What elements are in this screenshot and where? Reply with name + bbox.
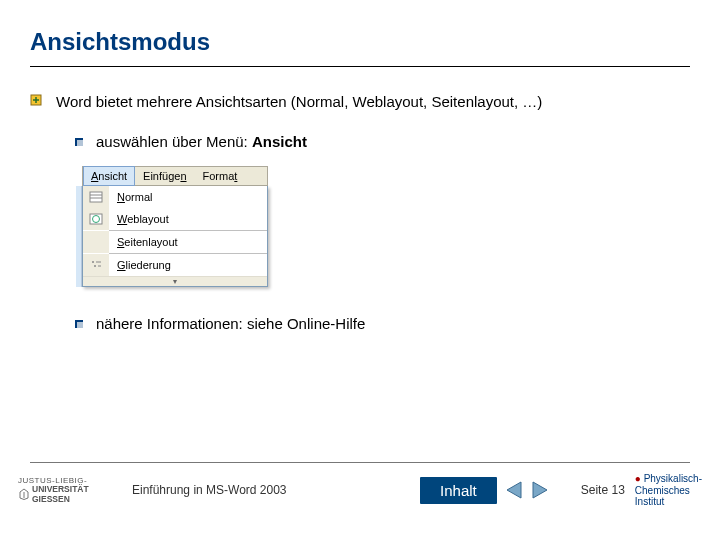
menubar-item-ansicht[interactable]: AAnsichtnsicht [83, 166, 135, 186]
footer: JUSTUS-LIEBIG- UNIVERSITÄTGIESSEN Einfüh… [0, 462, 720, 540]
bullet-main-text: Word bietet mehrere Ansichtsarten (Norma… [56, 93, 542, 110]
nav-next-icon[interactable] [529, 480, 551, 500]
sub-bullet-icon [74, 317, 88, 334]
menubar: AAnsichtnsicht EinfügenEinfügen FormatFo… [82, 166, 268, 186]
menubar-item-format[interactable]: FormatFormat [195, 167, 246, 185]
svg-rect-15 [77, 322, 83, 328]
view-gliederung-icon [83, 254, 109, 276]
svg-marker-18 [533, 482, 547, 498]
menu-screenshot: AAnsichtnsicht EinfügenEinfügen FormatFo… [82, 166, 268, 287]
institute-logo: ● Physikalisch- Chemisches Institut [635, 473, 702, 508]
footer-divider [30, 462, 690, 463]
menubar-item-einfuegen[interactable]: EinfügenEinfügen [135, 167, 194, 185]
page-title: Ansichtsmodus [30, 28, 690, 56]
page-number: Seite 13 [581, 483, 625, 497]
course-title: Einführung in MS-Word 2003 [132, 483, 287, 497]
menu-expand-chevron[interactable]: ▾ [83, 276, 267, 286]
menu-item-normal[interactable]: NormalNormal [83, 186, 267, 208]
view-weblayout-icon [83, 208, 109, 230]
nav-prev-icon[interactable] [503, 480, 525, 500]
sub-bullet-1: auswählen über Menü: Ansicht [74, 133, 690, 152]
svg-rect-3 [77, 140, 83, 146]
svg-point-9 [92, 261, 94, 263]
bullet-icon [30, 94, 48, 111]
dropdown-ansicht: NormalNormal WeblayoutWeblayout Seitenla… [82, 186, 268, 287]
menu-item-gliederung[interactable]: GliederungGliederung [83, 254, 267, 276]
menu-item-seitenlayout[interactable]: SeitenlayoutSeitenlayout [83, 231, 267, 253]
svg-marker-17 [507, 482, 521, 498]
sub-bullet-icon [74, 135, 88, 152]
view-normal-icon [83, 186, 109, 208]
svg-rect-4 [90, 192, 102, 202]
sub-bullet-2: nähere Informationen: siehe Online-Hilfe [74, 315, 690, 334]
sub-bullet-2-text: nähere Informationen: siehe Online-Hilfe [96, 315, 365, 332]
bullet-main: Word bietet mehrere Ansichtsarten (Norma… [30, 93, 690, 111]
inhalt-button[interactable]: Inhalt [420, 477, 497, 504]
svg-point-11 [94, 265, 96, 267]
sub-bullet-1-text: auswählen über Menü: Ansicht [96, 133, 307, 150]
view-seitenlayout-icon [83, 231, 109, 253]
university-logo: JUSTUS-LIEBIG- UNIVERSITÄTGIESSEN [18, 477, 118, 504]
menu-item-weblayout[interactable]: WeblayoutWeblayout [83, 208, 267, 230]
title-divider [30, 66, 690, 67]
